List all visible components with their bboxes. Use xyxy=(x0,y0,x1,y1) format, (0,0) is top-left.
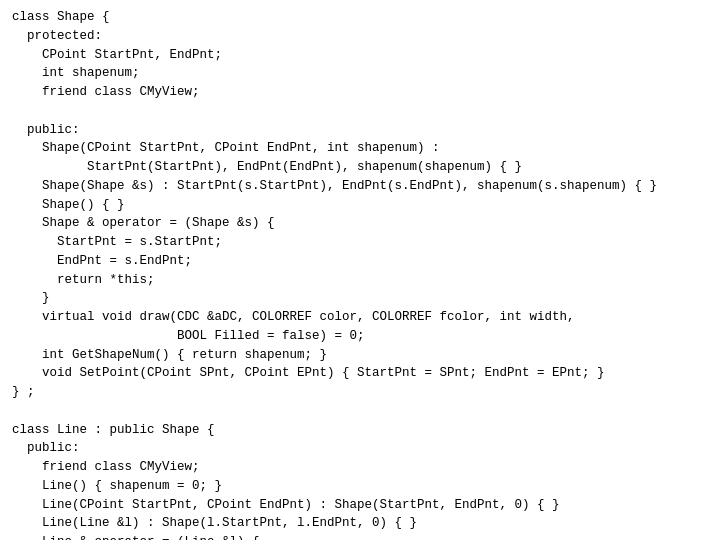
code-line: public: xyxy=(12,439,708,458)
code-line: friend class CMyView; xyxy=(12,458,708,477)
code-line: Line() { shapenum = 0; } xyxy=(12,477,708,496)
code-line: BOOL Filled = false) = 0; xyxy=(12,327,708,346)
code-line: Line(Line &l) : Shape(l.StartPnt, l.EndP… xyxy=(12,514,708,533)
code-view: class Shape { protected: CPoint StartPnt… xyxy=(0,0,720,540)
code-line: class Line : public Shape { xyxy=(12,421,708,440)
code-line xyxy=(12,402,708,421)
code-line: protected: xyxy=(12,27,708,46)
code-line: int GetShapeNum() { return shapenum; } xyxy=(12,346,708,365)
code-line: Shape(Shape &s) : StartPnt(s.StartPnt), … xyxy=(12,177,708,196)
code-line: CPoint StartPnt, EndPnt; xyxy=(12,46,708,65)
code-line: } ; xyxy=(12,383,708,402)
code-line: StartPnt(StartPnt), EndPnt(EndPnt), shap… xyxy=(12,158,708,177)
code-line: Line & operator = (Line &l) { xyxy=(12,533,708,540)
code-line xyxy=(12,102,708,121)
code-line: public: xyxy=(12,121,708,140)
code-line: return *this; xyxy=(12,271,708,290)
code-line: EndPnt = s.EndPnt; xyxy=(12,252,708,271)
code-line: virtual void draw(CDC &aDC, COLORREF col… xyxy=(12,308,708,327)
code-line: int shapenum; xyxy=(12,64,708,83)
code-line: friend class CMyView; xyxy=(12,83,708,102)
code-line: Shape & operator = (Shape &s) { xyxy=(12,214,708,233)
code-line: class Shape { xyxy=(12,8,708,27)
code-line: } xyxy=(12,289,708,308)
code-line: StartPnt = s.StartPnt; xyxy=(12,233,708,252)
code-line: Shape() { } xyxy=(12,196,708,215)
code-line: Shape(CPoint StartPnt, CPoint EndPnt, in… xyxy=(12,139,708,158)
code-line: void SetPoint(CPoint SPnt, CPoint EPnt) … xyxy=(12,364,708,383)
code-line: Line(CPoint StartPnt, CPoint EndPnt) : S… xyxy=(12,496,708,515)
